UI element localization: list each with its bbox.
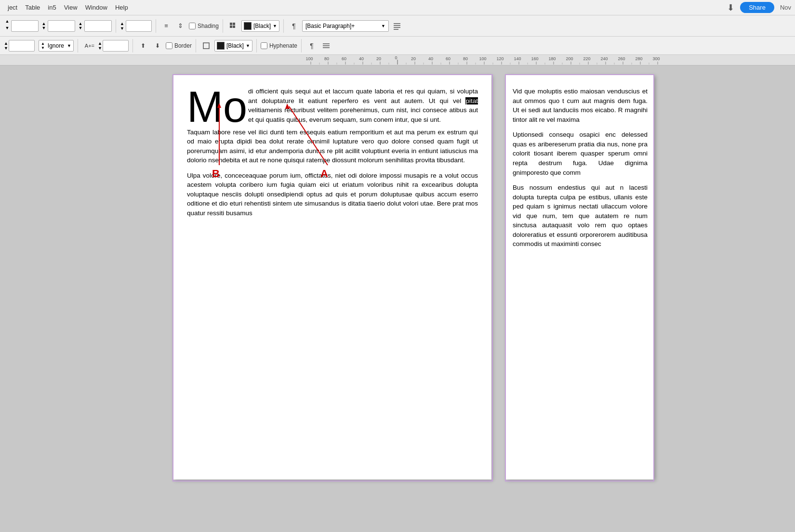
field1-up[interactable]: ▲ xyxy=(5,19,10,26)
sep1 xyxy=(116,19,116,33)
indent-left-input[interactable]: 0 mm xyxy=(9,42,34,49)
field2-down[interactable]: ▼ xyxy=(42,26,46,30)
page2-para2: Uptionsedi consequ osapici enc delessed … xyxy=(513,130,648,177)
svg-rect-2 xyxy=(230,26,232,28)
line-spacing-icon[interactable]: ≡ xyxy=(160,20,172,32)
indent-left-up[interactable]: ▲ xyxy=(4,41,8,46)
menu-item-window[interactable]: Window xyxy=(81,3,111,12)
menu-item-table[interactable]: Table xyxy=(21,3,44,12)
export-icon[interactable]: ⬇ xyxy=(727,2,734,13)
svg-rect-8 xyxy=(203,43,209,49)
svg-text:280: 280 xyxy=(635,56,642,61)
svg-text:240: 240 xyxy=(600,56,608,61)
field1-down[interactable]: ▼ xyxy=(5,26,10,33)
border-label: Border xyxy=(174,42,192,49)
svg-text:40: 40 xyxy=(359,56,364,61)
font-adjust-group: A+= ▲ ▼ 2 xyxy=(82,39,129,52)
line-below-icon[interactable]: ⬇ xyxy=(151,39,164,52)
line-spacing2-icon[interactable]: ⇕ xyxy=(174,20,187,32)
font-size-group: ▲ ▼ 3 xyxy=(120,20,152,32)
shading-label: Shading xyxy=(198,23,219,29)
svg-text:20: 20 xyxy=(376,56,381,61)
page2: Vid que moluptis estio maiosan vendusciu… xyxy=(506,75,654,480)
style-dropdown[interactable]: [Basic Paragraph]+ ▼ xyxy=(302,20,389,32)
ignore-up[interactable]: ▲ xyxy=(41,41,45,46)
field2-input[interactable]: 2 xyxy=(103,42,128,49)
svg-text:120: 120 xyxy=(496,56,504,61)
field3-down[interactable]: ▼ xyxy=(79,26,83,30)
font-adjust-btn[interactable]: A+= xyxy=(82,39,97,52)
border-style-icon[interactable] xyxy=(200,39,212,52)
ignore-down[interactable]: ▼ xyxy=(41,46,45,50)
svg-text:100: 100 xyxy=(305,56,313,61)
paragraph-icon2[interactable]: ¶ xyxy=(305,39,318,52)
page1: Mo di officient quis sequi aut et laccum… xyxy=(173,75,491,480)
page1-para3: Ulpa volore, conceceaquae porum ium, off… xyxy=(187,171,478,218)
svg-rect-0 xyxy=(230,23,232,25)
sep2 xyxy=(156,19,156,33)
fontsize-up[interactable]: ▲ xyxy=(120,21,124,26)
grid-icon[interactable] xyxy=(227,20,239,32)
app-window: ject Table in5 View Window Help ⬇ Share … xyxy=(0,0,795,532)
sep5 xyxy=(78,39,78,52)
hyphenate-checkbox[interactable] xyxy=(261,42,267,49)
color2-label: [Black] xyxy=(226,42,244,49)
sep3 xyxy=(223,19,223,33)
svg-text:40: 40 xyxy=(428,56,433,61)
color2-swatch xyxy=(217,42,225,50)
drop-cap: Mo xyxy=(187,89,247,126)
color2-dropdown[interactable]: [Black] ▼ xyxy=(214,40,252,52)
ignore-label: Ignore xyxy=(48,42,64,49)
page2-para3: Bus nossum endestius qui aut n lacesti d… xyxy=(513,183,648,249)
color1-arrow: ▼ xyxy=(273,24,277,28)
field2-input[interactable]: 0 mm xyxy=(48,23,75,29)
svg-text:80: 80 xyxy=(324,56,329,61)
sep8 xyxy=(256,39,257,52)
menu-item-view[interactable]: View xyxy=(60,3,81,12)
field2-down[interactable]: ▼ xyxy=(98,46,102,51)
line-above-icon[interactable]: ⬆ xyxy=(137,39,149,52)
field3-input[interactable]: 3 mm xyxy=(85,23,111,29)
menu-item-project[interactable]: ject xyxy=(4,3,21,12)
ignore-arrow: ▼ xyxy=(67,43,71,48)
style-arrow: ▼ xyxy=(381,24,385,28)
svg-text:60: 60 xyxy=(446,56,450,61)
paragraph-mark-icon[interactable]: ¶ xyxy=(288,20,300,32)
spacing-before-group: ▲ ▼ 0 mm xyxy=(4,19,39,33)
shading-checkbox[interactable] xyxy=(189,23,196,29)
font-size-input[interactable]: 3 xyxy=(126,23,151,29)
indent-left-group: ▲ ▼ 0 mm xyxy=(4,40,35,52)
toolbar-row2: ▲ ▼ 0 mm ▲ ▼ Ignore ▼ A+= ▲ ▼ 2 xyxy=(0,37,795,55)
app-label: Nov xyxy=(780,4,791,11)
sep4 xyxy=(283,19,284,33)
toolbar-row1: ▲ ▼ 0 mm ▲ ▼ 0 mm xyxy=(0,15,795,37)
svg-text:180: 180 xyxy=(548,56,556,61)
ignore-dropdown[interactable]: ▲ ▼ Ignore ▼ xyxy=(39,40,74,52)
color1-dropdown[interactable]: [Black] ▼ xyxy=(241,20,279,32)
style-label: [Basic Paragraph]+ xyxy=(305,23,379,29)
list-lines-icon[interactable] xyxy=(320,39,332,52)
indent-group: ▲ ▼ 3 mm xyxy=(77,19,112,33)
main-content: B A Mo di officient quis sequi aut et la… xyxy=(0,65,795,532)
hyphenate-label: Hyphenate xyxy=(269,42,297,49)
svg-rect-3 xyxy=(233,26,235,28)
field1-input[interactable]: 0 mm xyxy=(12,23,38,29)
field2-up[interactable]: ▲ xyxy=(98,41,102,46)
page1-para2: Taquam labore rese vel ilici dunti tem e… xyxy=(187,128,478,165)
fontsize-down[interactable]: ▼ xyxy=(120,26,124,31)
color1-label: [Black] xyxy=(253,23,271,29)
share-button[interactable]: Share xyxy=(740,2,774,13)
svg-text:80: 80 xyxy=(463,56,468,61)
border-checkbox[interactable] xyxy=(166,42,172,49)
indent-left-down[interactable]: ▼ xyxy=(4,46,8,51)
hyphenate-group: Hyphenate xyxy=(261,42,297,49)
menu-item-help[interactable]: Help xyxy=(111,3,132,12)
list-icon[interactable] xyxy=(391,20,403,32)
svg-text:260: 260 xyxy=(618,56,625,61)
menu-bar: ject Table in5 View Window Help ⬇ Share … xyxy=(0,0,795,15)
ruler-svg: 100 80 60 40 20 0 20 40 60 80 xyxy=(0,55,795,65)
color2-arrow: ▼ xyxy=(246,43,250,48)
svg-text:200: 200 xyxy=(566,56,573,61)
page1-text: Mo di officient quis sequi aut et laccum… xyxy=(187,87,478,218)
menu-item-in5[interactable]: in5 xyxy=(44,3,60,12)
